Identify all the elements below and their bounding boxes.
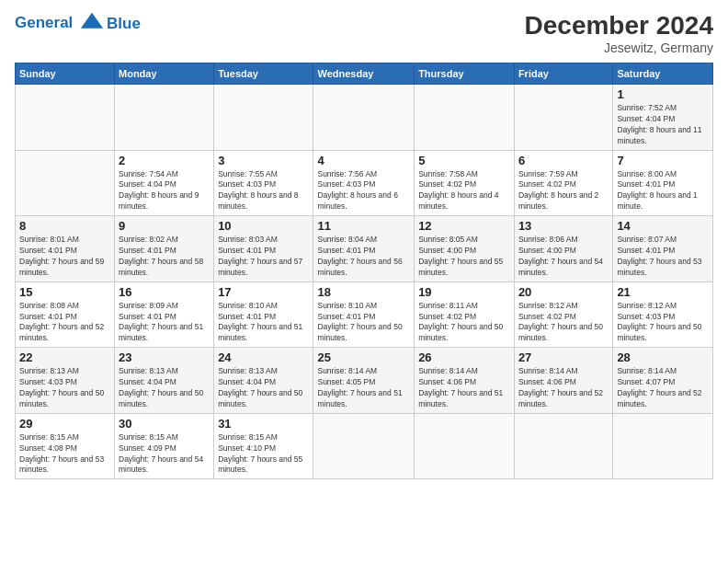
day-info: Sunrise: 7:54 AM Sunset: 4:04 PM Dayligh… [119, 169, 210, 213]
day-info: Sunrise: 8:09 AM Sunset: 4:01 PM Dayligh… [119, 301, 210, 345]
day-number: 23 [119, 350, 210, 364]
day-number: 24 [218, 350, 309, 364]
day-number: 17 [218, 285, 309, 299]
day-number: 16 [119, 285, 210, 299]
calendar-cell: 19Sunrise: 8:11 AM Sunset: 4:02 PM Dayli… [415, 282, 515, 348]
calendar-week-0: 1Sunrise: 7:52 AM Sunset: 4:04 PM Daylig… [16, 85, 713, 151]
day-info: Sunrise: 8:13 AM Sunset: 4:04 PM Dayligh… [218, 366, 309, 410]
day-info: Sunrise: 8:11 AM Sunset: 4:02 PM Dayligh… [418, 301, 510, 345]
day-number: 12 [418, 219, 510, 233]
calendar-cell: 26Sunrise: 8:14 AM Sunset: 4:06 PM Dayli… [415, 348, 515, 414]
day-number: 15 [19, 285, 110, 299]
month-title: December 2024 [525, 11, 713, 40]
day-info: Sunrise: 8:15 AM Sunset: 4:09 PM Dayligh… [119, 432, 210, 477]
day-info: Sunrise: 8:13 AM Sunset: 4:04 PM Dayligh… [119, 366, 210, 410]
logo-general: General [15, 14, 73, 31]
day-number: 2 [119, 154, 210, 167]
calendar-cell: 4Sunrise: 7:56 AM Sunset: 4:03 PM Daylig… [313, 150, 415, 216]
day-number: 25 [317, 350, 410, 364]
calendar-cell [415, 413, 515, 479]
calendar-cell: 22Sunrise: 8:13 AM Sunset: 4:03 PM Dayli… [16, 348, 115, 414]
logo-blue: Blue [107, 15, 141, 33]
calendar-cell [514, 85, 612, 151]
day-number: 21 [617, 285, 709, 299]
calendar-cell [313, 85, 415, 151]
day-number: 18 [317, 285, 410, 299]
calendar-cell [415, 85, 515, 151]
calendar-cell: 30Sunrise: 8:15 AM Sunset: 4:09 PM Dayli… [115, 413, 214, 479]
title-block: December 2024 Jesewitz, Germany [525, 11, 713, 55]
calendar-cell: 3Sunrise: 7:55 AM Sunset: 4:03 PM Daylig… [214, 150, 313, 216]
calendar-cell: 17Sunrise: 8:10 AM Sunset: 4:01 PM Dayli… [214, 282, 313, 348]
header-thursday: Thursday [415, 63, 515, 85]
day-info: Sunrise: 8:07 AM Sunset: 4:01 PM Dayligh… [617, 235, 709, 279]
day-info: Sunrise: 8:14 AM Sunset: 4:05 PM Dayligh… [317, 366, 410, 410]
day-info: Sunrise: 8:14 AM Sunset: 4:07 PM Dayligh… [617, 366, 709, 410]
calendar-cell [514, 413, 612, 479]
day-number: 28 [617, 350, 709, 364]
calendar-cell: 27Sunrise: 8:14 AM Sunset: 4:06 PM Dayli… [514, 348, 612, 414]
calendar-cell: 13Sunrise: 8:06 AM Sunset: 4:00 PM Dayli… [514, 216, 612, 282]
calendar-cell: 5Sunrise: 7:58 AM Sunset: 4:02 PM Daylig… [415, 150, 515, 216]
day-info: Sunrise: 8:10 AM Sunset: 4:01 PM Dayligh… [317, 301, 410, 345]
day-number: 3 [218, 154, 309, 167]
svg-marker-0 [81, 13, 103, 29]
calendar-week-5: 29Sunrise: 8:15 AM Sunset: 4:08 PM Dayli… [16, 413, 713, 479]
calendar-cell: 23Sunrise: 8:13 AM Sunset: 4:04 PM Dayli… [115, 348, 214, 414]
header-sunday: Sunday [16, 63, 115, 85]
calendar-cell: 20Sunrise: 8:12 AM Sunset: 4:02 PM Dayli… [514, 282, 612, 348]
day-number: 29 [19, 417, 110, 431]
day-info: Sunrise: 7:55 AM Sunset: 4:03 PM Dayligh… [218, 169, 309, 213]
calendar-week-1: 2Sunrise: 7:54 AM Sunset: 4:04 PM Daylig… [16, 150, 713, 216]
day-info: Sunrise: 8:08 AM Sunset: 4:01 PM Dayligh… [19, 301, 110, 345]
day-info: Sunrise: 8:13 AM Sunset: 4:03 PM Dayligh… [19, 366, 110, 410]
calendar-cell: 10Sunrise: 8:03 AM Sunset: 4:01 PM Dayli… [214, 216, 313, 282]
day-number: 20 [518, 285, 609, 299]
calendar-week-3: 15Sunrise: 8:08 AM Sunset: 4:01 PM Dayli… [16, 282, 713, 348]
calendar-cell: 12Sunrise: 8:05 AM Sunset: 4:00 PM Dayli… [415, 216, 515, 282]
calendar-cell [16, 85, 115, 151]
calendar-cell: 31Sunrise: 8:15 AM Sunset: 4:10 PM Dayli… [214, 413, 313, 479]
page-header: General Blue December 2024 Jesewitz, Ger… [15, 11, 713, 55]
day-info: Sunrise: 8:14 AM Sunset: 4:06 PM Dayligh… [518, 366, 609, 410]
day-info: Sunrise: 8:01 AM Sunset: 4:01 PM Dayligh… [19, 235, 110, 279]
day-info: Sunrise: 7:52 AM Sunset: 4:04 PM Dayligh… [617, 103, 709, 147]
day-number: 4 [317, 154, 410, 167]
calendar-cell [214, 85, 313, 151]
header-row: Sunday Monday Tuesday Wednesday Thursday… [16, 63, 713, 85]
day-number: 26 [418, 350, 510, 364]
calendar-cell [313, 413, 415, 479]
calendar-cell: 21Sunrise: 8:12 AM Sunset: 4:03 PM Dayli… [613, 282, 713, 348]
day-info: Sunrise: 8:05 AM Sunset: 4:00 PM Dayligh… [418, 235, 510, 279]
calendar-table: Sunday Monday Tuesday Wednesday Thursday… [15, 63, 713, 479]
day-info: Sunrise: 8:10 AM Sunset: 4:01 PM Dayligh… [218, 301, 309, 345]
day-info: Sunrise: 8:12 AM Sunset: 4:02 PM Dayligh… [518, 301, 609, 345]
day-number: 19 [418, 285, 510, 299]
logo: General Blue [15, 11, 141, 37]
day-info: Sunrise: 8:15 AM Sunset: 4:10 PM Dayligh… [218, 432, 309, 477]
calendar-cell: 29Sunrise: 8:15 AM Sunset: 4:08 PM Dayli… [16, 413, 115, 479]
day-info: Sunrise: 8:02 AM Sunset: 4:01 PM Dayligh… [119, 235, 210, 279]
calendar-week-4: 22Sunrise: 8:13 AM Sunset: 4:03 PM Dayli… [16, 348, 713, 414]
calendar-cell [115, 85, 214, 151]
header-tuesday: Tuesday [214, 63, 313, 85]
day-number: 6 [518, 154, 609, 167]
calendar-cell: 25Sunrise: 8:14 AM Sunset: 4:05 PM Dayli… [313, 348, 415, 414]
calendar-cell: 8Sunrise: 8:01 AM Sunset: 4:01 PM Daylig… [16, 216, 115, 282]
day-info: Sunrise: 8:03 AM Sunset: 4:01 PM Dayligh… [218, 235, 309, 279]
calendar-cell: 16Sunrise: 8:09 AM Sunset: 4:01 PM Dayli… [115, 282, 214, 348]
calendar-cell: 7Sunrise: 8:00 AM Sunset: 4:01 PM Daylig… [613, 150, 713, 216]
calendar-cell [613, 413, 713, 479]
day-number: 1 [617, 87, 709, 101]
day-info: Sunrise: 8:04 AM Sunset: 4:01 PM Dayligh… [317, 235, 410, 279]
day-info: Sunrise: 8:15 AM Sunset: 4:08 PM Dayligh… [19, 432, 110, 477]
day-number: 11 [317, 219, 410, 233]
day-info: Sunrise: 7:56 AM Sunset: 4:03 PM Dayligh… [317, 169, 410, 213]
day-number: 14 [617, 219, 709, 233]
day-info: Sunrise: 8:14 AM Sunset: 4:06 PM Dayligh… [418, 366, 510, 410]
header-saturday: Saturday [613, 63, 713, 85]
header-friday: Friday [514, 63, 612, 85]
day-info: Sunrise: 8:00 AM Sunset: 4:01 PM Dayligh… [617, 169, 709, 213]
calendar-cell: 6Sunrise: 7:59 AM Sunset: 4:02 PM Daylig… [514, 150, 612, 216]
day-number: 9 [119, 219, 210, 233]
